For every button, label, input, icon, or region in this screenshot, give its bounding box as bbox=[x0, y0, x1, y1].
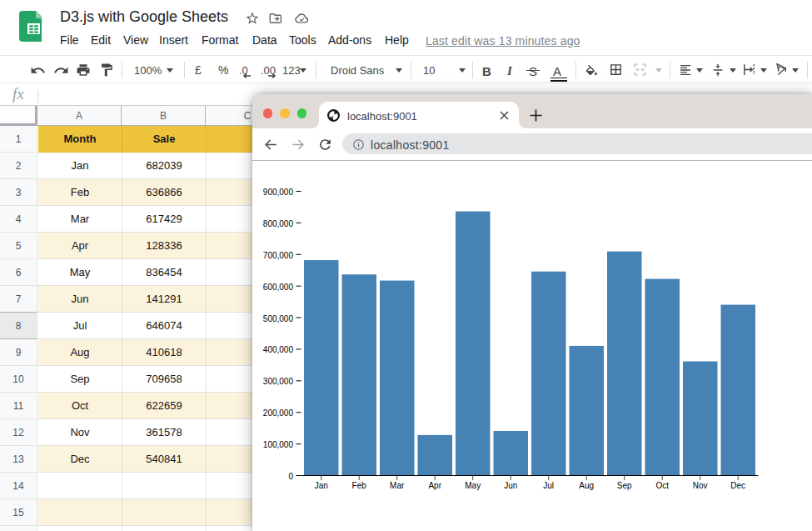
svg-text:Sep: Sep bbox=[617, 481, 632, 490]
svg-text:May: May bbox=[465, 481, 481, 490]
svg-text:700,000: 700,000 bbox=[263, 251, 294, 260]
svg-text:Jul: Jul bbox=[543, 481, 554, 490]
svg-text:900,000: 900,000 bbox=[263, 188, 294, 197]
svg-text:500,000: 500,000 bbox=[263, 314, 294, 323]
svg-text:400,000: 400,000 bbox=[263, 345, 294, 354]
svg-text:100,000: 100,000 bbox=[263, 440, 294, 449]
svg-text:Aug: Aug bbox=[579, 481, 594, 490]
svg-text:Jun: Jun bbox=[504, 481, 517, 490]
svg-text:Oct: Oct bbox=[655, 481, 669, 490]
svg-text:Jan: Jan bbox=[315, 481, 328, 490]
svg-text:0: 0 bbox=[288, 472, 293, 481]
svg-text:Apr: Apr bbox=[428, 481, 441, 490]
svg-text:200,000: 200,000 bbox=[263, 408, 294, 418]
svg-text:Nov: Nov bbox=[693, 481, 708, 490]
svg-text:Mar: Mar bbox=[390, 481, 405, 490]
svg-text:800,000: 800,000 bbox=[263, 219, 294, 228]
svg-text:Feb: Feb bbox=[352, 481, 367, 490]
svg-text:300,000: 300,000 bbox=[263, 377, 294, 386]
svg-text:Dec: Dec bbox=[730, 481, 745, 490]
svg-text:600,000: 600,000 bbox=[263, 283, 294, 292]
